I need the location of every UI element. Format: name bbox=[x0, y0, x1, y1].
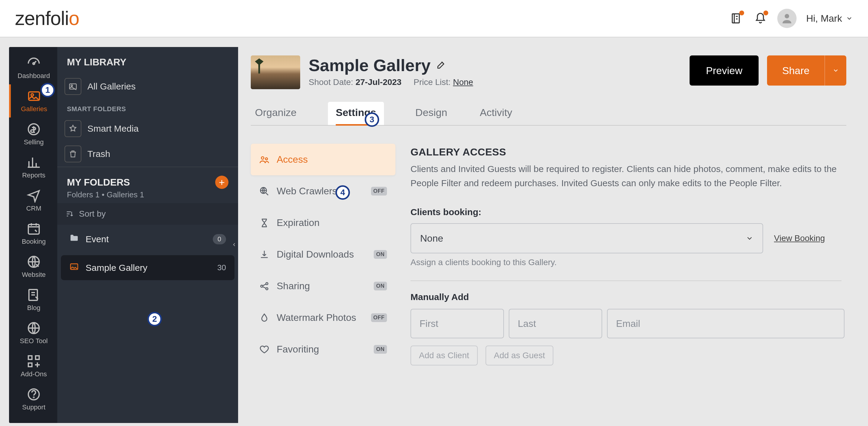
tab-activity[interactable]: Activity bbox=[478, 102, 514, 125]
my-folders-header: MY FOLDERS + bbox=[57, 167, 238, 190]
folder-event[interactable]: Event 0 bbox=[61, 227, 235, 252]
row-label: Smart Media bbox=[87, 124, 138, 134]
bell-icon[interactable] bbox=[753, 11, 768, 26]
rail-website[interactable]: Website bbox=[9, 250, 57, 283]
tab-design[interactable]: Design bbox=[414, 102, 448, 125]
folder-label: Sample Gallery bbox=[86, 263, 147, 273]
email-input[interactable] bbox=[607, 309, 844, 338]
chevron-down-icon bbox=[846, 15, 853, 22]
clients-booking-select[interactable]: None bbox=[410, 223, 763, 253]
svg-point-2 bbox=[785, 14, 789, 19]
notification-dot bbox=[764, 10, 768, 15]
status-badge: OFF bbox=[371, 187, 387, 196]
greeting-text: Hi, Mark bbox=[806, 13, 842, 24]
rail-label: Selling bbox=[24, 138, 44, 146]
add-as-guest-button[interactable]: Add as Guest bbox=[486, 346, 554, 365]
image-icon bbox=[64, 78, 82, 95]
status-badge: OFF bbox=[371, 313, 387, 322]
guide-icon[interactable] bbox=[729, 11, 744, 26]
rail-blog[interactable]: Blog bbox=[9, 283, 57, 316]
rail-reports[interactable]: Reports bbox=[9, 151, 57, 184]
nav-label: Watermark Photos bbox=[277, 312, 356, 323]
rail-label: Reports bbox=[22, 171, 45, 179]
settings-nav-downloads[interactable]: Digital Downloads ON bbox=[251, 239, 396, 270]
droplet-icon bbox=[259, 313, 270, 323]
clients-booking-label: Clients booking: bbox=[410, 207, 846, 217]
row-label: All Galleries bbox=[87, 81, 135, 92]
rail-crm[interactable]: CRM bbox=[9, 184, 57, 217]
chevron-down-icon bbox=[832, 67, 839, 74]
share-dropdown[interactable] bbox=[825, 56, 846, 86]
manual-add-inputs bbox=[410, 309, 844, 338]
trash-row[interactable]: Trash bbox=[57, 141, 238, 167]
settings-nav-webcrawlers[interactable]: Web Crawlers OFF bbox=[251, 175, 396, 207]
rail-label: Website bbox=[22, 271, 45, 279]
svg-rect-11 bbox=[28, 356, 32, 359]
rail-dashboard[interactable]: Dashboard bbox=[9, 51, 57, 84]
main-tabs: Organize Settings Design Activity bbox=[251, 102, 846, 126]
status-badge: ON bbox=[374, 250, 387, 259]
gallery-thumbnail bbox=[251, 56, 300, 89]
select-value: None bbox=[420, 233, 443, 244]
rail-galleries[interactable]: Galleries bbox=[9, 84, 57, 118]
tab-organize[interactable]: Organize bbox=[254, 102, 298, 125]
add-as-client-button[interactable]: Add as Client bbox=[410, 346, 478, 365]
svg-rect-12 bbox=[36, 356, 39, 359]
nav-label: Sharing bbox=[277, 281, 310, 292]
all-galleries-row[interactable]: All Galleries bbox=[57, 74, 238, 99]
rail-seo[interactable]: SEO Tool bbox=[9, 316, 57, 350]
add-folder-button[interactable]: + bbox=[215, 176, 228, 189]
sort-icon bbox=[66, 210, 74, 218]
price-list-value[interactable]: None bbox=[453, 77, 473, 87]
library-panel: MY LIBRARY All Galleries SMART FOLDERS S… bbox=[57, 47, 238, 423]
collapse-panel-button[interactable] bbox=[230, 236, 239, 253]
rail-support[interactable]: Support bbox=[9, 383, 57, 416]
user-greeting[interactable]: Hi, Mark bbox=[806, 13, 853, 24]
sort-label: Sort by bbox=[79, 209, 106, 219]
nav-label: Digital Downloads bbox=[277, 249, 354, 260]
settings-nav-expiration[interactable]: Expiration bbox=[251, 207, 396, 239]
brand-logo: zenfolio bbox=[15, 7, 79, 30]
share-label: Share bbox=[767, 65, 825, 76]
access-heading: GALLERY ACCESS bbox=[410, 146, 846, 158]
share-icon bbox=[259, 281, 270, 291]
assign-hint: Assign a clients booking to this Gallery… bbox=[410, 258, 846, 267]
add-buttons-row: Add as Client Add as Guest bbox=[410, 346, 846, 365]
settings-nav-sharing[interactable]: Sharing ON bbox=[251, 270, 396, 302]
svg-rect-13 bbox=[28, 363, 32, 367]
smart-folders-heading: SMART FOLDERS bbox=[57, 99, 238, 116]
sort-by-button[interactable]: Sort by bbox=[57, 203, 238, 225]
heart-icon bbox=[259, 345, 270, 355]
edit-title-button[interactable] bbox=[436, 60, 446, 71]
last-name-input[interactable] bbox=[509, 309, 602, 338]
view-booking-link[interactable]: View Booking bbox=[774, 233, 825, 243]
nav-label: Favoriting bbox=[277, 344, 319, 355]
settings-nav: Access Web Crawlers OFF Expiration Digit… bbox=[251, 144, 396, 365]
folder-count: 0 bbox=[213, 234, 226, 244]
settings-nav-favoriting[interactable]: Favoriting ON bbox=[251, 333, 396, 365]
avatar[interactable] bbox=[777, 9, 797, 28]
rail-addons[interactable]: Add-Ons bbox=[9, 350, 57, 383]
notification-dot bbox=[739, 10, 744, 15]
first-name-input[interactable] bbox=[410, 309, 504, 338]
rail-selling[interactable]: Selling bbox=[9, 118, 57, 151]
svg-rect-0 bbox=[733, 14, 739, 23]
smart-media-row[interactable]: Smart Media bbox=[57, 116, 238, 141]
gallery-meta: Shoot Date: 27-Jul-2023 Price List: None bbox=[309, 77, 473, 87]
folder-icon bbox=[69, 233, 79, 245]
topbar: zenfolio Hi, Mark bbox=[0, 0, 868, 37]
svg-point-19 bbox=[261, 157, 264, 159]
share-button[interactable]: Share bbox=[767, 56, 846, 86]
settings-nav-watermark[interactable]: Watermark Photos OFF bbox=[251, 302, 396, 333]
topbar-right: Hi, Mark bbox=[729, 9, 853, 28]
users-icon bbox=[259, 155, 270, 165]
preview-button[interactable]: Preview bbox=[689, 56, 758, 86]
row-label: Trash bbox=[87, 149, 110, 159]
tab-settings[interactable]: Settings bbox=[328, 102, 384, 125]
rail-booking[interactable]: Booking bbox=[9, 217, 57, 250]
nav-label: Access bbox=[277, 154, 308, 165]
folder-sample-gallery[interactable]: Sample Gallery 30 bbox=[61, 255, 235, 280]
folder-label: Event bbox=[86, 234, 109, 244]
settings-nav-access[interactable]: Access bbox=[251, 144, 396, 175]
library-title: MY LIBRARY bbox=[57, 47, 238, 74]
